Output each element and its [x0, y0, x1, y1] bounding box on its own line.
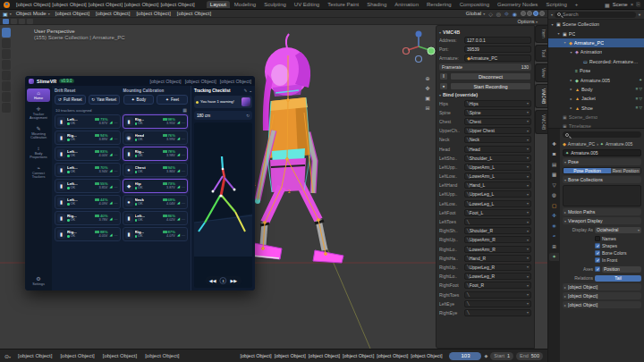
n-panel-tab[interactable]: Item	[535, 25, 547, 43]
tool-option-icon-2[interactable]	[19, 19, 25, 24]
topbar-menu[interactable]: [object Object]	[159, 2, 195, 7]
reset-button[interactable]: ↻ Yaw Reset	[89, 95, 120, 105]
bone-dropdown[interactable]: ╲ Hand_L ▾	[464, 181, 531, 189]
bone-collections-header[interactable]: ▾Bone Collections	[563, 176, 641, 183]
reset-button[interactable]: ↺ Full Reset	[55, 95, 86, 105]
timeline-menu[interactable]: [object Object]	[17, 353, 53, 358]
bone-dropdown[interactable]: ╲ Spine ▾	[464, 109, 531, 116]
tool-option-icon-1[interactable]	[11, 19, 17, 24]
outliner-row[interactable]: ▸ ▲ Shoe ≡ ▽	[548, 104, 644, 113]
editor-type-button[interactable]: ⊙▾	[4, 353, 11, 359]
proportional-edit-icon[interactable]: ◎	[496, 11, 501, 17]
forward-button[interactable]: ▶▶	[231, 278, 238, 283]
port-field[interactable]: 39539	[464, 46, 531, 53]
transform-tool[interactable]	[2, 81, 11, 91]
bone-dropdown[interactable]: ╲ LowerArm_L ▾	[464, 173, 531, 180]
shading-mode-icon[interactable]	[539, 11, 545, 16]
transport-button[interactable]: [object Object]	[411, 353, 442, 358]
bone-dropdown[interactable]: ╲ LowerLeg_L ▾	[464, 200, 531, 207]
pause-icon[interactable]: ‖	[439, 72, 448, 80]
frame-start-field[interactable]: Start1	[490, 352, 513, 360]
workspace-tab[interactable]: UV Editing	[291, 1, 323, 8]
address-field[interactable]: 127.0.0.1	[464, 37, 531, 44]
shading-mode-icon[interactable]	[521, 11, 526, 16]
overlays-toggle-icon[interactable]: ◉	[513, 11, 517, 17]
bone-dropdown[interactable]: ╲ Upper Chest ▾	[464, 127, 531, 134]
expander-icon[interactable]: ▸	[569, 78, 573, 82]
bone-dropdown[interactable]: ╲ Foot_R ▾	[464, 282, 531, 289]
outliner-row[interactable]: ▸ ▲ Jacket ≡ ▽	[548, 94, 644, 103]
checkbox[interactable]	[595, 243, 600, 248]
timeline-menu[interactable]: [object Object]	[59, 353, 95, 358]
record-icon[interactable]: ●	[439, 82, 448, 90]
row-extra-icons[interactable]: ≡ ▽	[636, 87, 642, 91]
workspace-tab[interactable]: Compositing	[456, 1, 493, 8]
height-row[interactable]: 180 cm ↻	[194, 111, 252, 120]
properties-tab-icon[interactable]: ▦	[549, 171, 559, 179]
row-extra-icons[interactable]: ≡ ▽	[636, 97, 642, 101]
tracker-card[interactable]: ▮ Rig... OK 87% 4.07V ◢ —	[123, 227, 189, 241]
relations-button[interactable]: Tail	[595, 275, 641, 282]
axes-checkbox[interactable]	[595, 266, 600, 272]
viewport-menu[interactable]: [object Object]	[176, 11, 212, 16]
outliner-row[interactable]: ▸ ▲ Body ≡ ▽	[548, 85, 644, 94]
checkbox[interactable]	[595, 236, 600, 241]
collapsed-section-header[interactable]: ▸[object Object]	[563, 301, 641, 308]
gizmo-toggle-icon[interactable]: ⟐	[504, 11, 509, 17]
properties-tab-icon[interactable]: ▢	[549, 201, 559, 209]
cursor-tool[interactable]	[2, 38, 11, 48]
transport-button[interactable]: [object Object]	[377, 353, 408, 358]
snap-icon[interactable]: ◇	[488, 11, 493, 17]
outliner-row[interactable]: ▭ Recorded: Armature_PC.0	[548, 57, 644, 66]
collapse-icon[interactable]: ⌄	[249, 88, 252, 93]
timeline-menu[interactable]: [object Object]	[144, 353, 180, 358]
tracker-card[interactable]: ▮ Rig... OK 78% 3.98V ◢ —	[123, 147, 189, 161]
tracker-card[interactable]: ● Chest OK 94% 3.86V ◢ —	[123, 163, 189, 177]
topbar-menu[interactable]: [object Object]	[88, 2, 123, 7]
bone-dropdown[interactable]: ╲ ▾	[464, 300, 531, 307]
tracker-card[interactable]: ◉ Head OK 76% 3.99V ◢ —	[123, 130, 189, 145]
properties-tab-icon[interactable]: ▤	[549, 160, 559, 168]
workspace-tab[interactable]: Scripting	[542, 1, 570, 8]
outliner-search[interactable]: Search	[555, 12, 636, 18]
transform-orientation-dropdown[interactable]: Global▾	[466, 11, 485, 16]
outliner-row[interactable]: ▾ ◆ Armature_PC	[548, 38, 644, 47]
properties-tab-icon[interactable]: ▽	[549, 181, 559, 189]
window-control-button[interactable]: [object Object]	[185, 79, 216, 84]
tracker-card[interactable]: ▮ Left... OK 44% 4.09V ◢ —	[55, 195, 121, 209]
window-control-button[interactable]: [object Object]	[220, 79, 251, 84]
shading-mode-icon[interactable]	[533, 11, 538, 16]
editor-type-button[interactable]: ▣▾	[3, 11, 12, 17]
move-tool[interactable]	[2, 49, 11, 59]
workspace-tab[interactable]: Layout	[207, 1, 230, 8]
pause-button[interactable]: ‖	[220, 277, 227, 284]
n-panel-tab[interactable]: Tool	[535, 45, 547, 62]
skeleton-preview[interactable]: ◀◀ ‖ ▶▶	[194, 122, 252, 288]
transport-button[interactable]: [object Object]	[343, 353, 374, 358]
current-frame-field[interactable]: 103	[449, 352, 481, 360]
sidebar-settings[interactable]: ⚙ Settings	[27, 274, 50, 288]
framerate-slider[interactable]: Framerate130	[439, 63, 531, 71]
viewport-menu[interactable]: [object Object]	[135, 11, 171, 16]
start-recording-button[interactable]: Start Recording	[450, 82, 531, 90]
bone-dropdown[interactable]: ╲ LowerArm_R ▾	[464, 246, 531, 253]
edit-icon[interactable]: ✎	[243, 88, 247, 93]
filter-icon[interactable]: ▼	[638, 13, 641, 17]
tracker-card[interactable]: ◆ Hip OK 73% 3.87V ◢ —	[123, 179, 189, 193]
layout-toggle-icon[interactable]: ▦	[182, 107, 187, 113]
expander-icon[interactable]: ▸	[569, 87, 573, 91]
expander-icon[interactable]: ▸	[569, 97, 573, 101]
properties-tab-icon[interactable]: ≈	[549, 232, 559, 240]
window-control-button[interactable]: [object Object]	[149, 79, 181, 84]
workspace-tab[interactable]: Geometry Nodes	[494, 1, 541, 8]
tracker-card[interactable]: ▮ Left... OK 70% 3.94V ◢ —	[55, 163, 121, 177]
expander-icon[interactable]: ▸	[569, 105, 573, 110]
tracker-card[interactable]: ▮ Left... OK 73% 3.87V ◢ —	[55, 114, 121, 129]
row-extra-icons[interactable]: ✦	[639, 78, 642, 82]
bone-dropdown[interactable]: ╲ Hips ▾	[464, 100, 531, 107]
rest-position-button[interactable]: Rest Position	[611, 168, 640, 173]
pan-hand-icon[interactable]: ✥	[424, 85, 431, 92]
rewind-button[interactable]: ◀◀	[209, 278, 216, 283]
checkbox[interactable]	[595, 257, 600, 263]
expander-icon[interactable]: ▾	[569, 50, 573, 55]
